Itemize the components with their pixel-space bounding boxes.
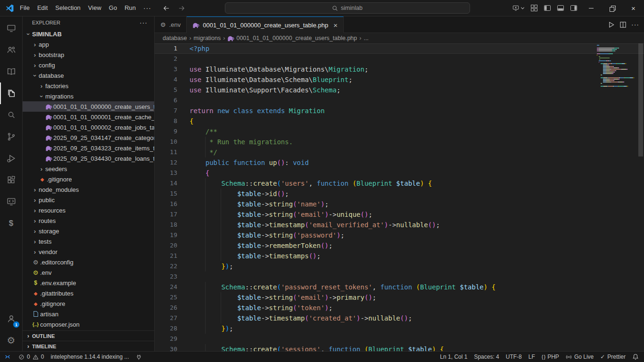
line-number[interactable]: 9	[155, 126, 190, 137]
scrollbar-thumb[interactable]	[638, 43, 643, 156]
indentation-status[interactable]: Spaces: 4	[471, 354, 502, 360]
minimap[interactable]	[597, 43, 637, 87]
code-line[interactable]: 12 public function up(): void	[155, 157, 644, 168]
language-status[interactable]: { } PHP	[538, 354, 562, 360]
tree-item[interactable]: 2025_09_25_034323_create_items_tabl...	[23, 143, 154, 153]
line-number[interactable]: 19	[155, 230, 190, 240]
tree-item[interactable]: 2025_09_25_034147_create_categories...	[23, 132, 154, 143]
close-tab-icon[interactable]: ×	[333, 21, 338, 29]
tree-item[interactable]: 2025_09_25_034430_create_loans_tabl...	[23, 153, 154, 164]
code-line[interactable]: 21 $table->timestamps();	[155, 251, 644, 261]
activitybar-remote-monitor[interactable]	[0, 17, 22, 39]
code-line[interactable]: 18 $table->timestamp('email_verified_at'…	[155, 220, 644, 230]
line-number[interactable]: 11	[155, 147, 190, 157]
outline-section[interactable]: OUTLINE	[23, 330, 154, 341]
line-number[interactable]: 25	[155, 292, 190, 303]
live-preview-icon[interactable]	[509, 1, 528, 15]
code-line[interactable]: 7return new class extends Migration	[155, 106, 644, 116]
code-line[interactable]: 8{	[155, 116, 644, 126]
breadcrumb-item-migrations[interactable]: migrations	[194, 35, 221, 41]
customize-layout-icon[interactable]	[528, 1, 541, 15]
activitybar-dollar[interactable]: $	[0, 213, 22, 234]
plug-status[interactable]	[132, 354, 145, 360]
code-line[interactable]: 24 Schema::create('password_reset_tokens…	[155, 282, 644, 292]
code-line[interactable]: 11 */	[155, 147, 644, 157]
line-number[interactable]: 10	[155, 137, 190, 147]
minimize-button[interactable]	[580, 0, 602, 16]
code-line[interactable]: 30 Schema::create('sessions', function (…	[155, 344, 644, 351]
activitybar-extensions[interactable]	[0, 169, 22, 191]
close-button[interactable]: ×	[623, 0, 644, 16]
toggle-panel-icon[interactable]	[554, 1, 567, 15]
tree-item[interactable]: factories	[23, 81, 154, 91]
tab-create-users-table[interactable]: 0001_01_01_000000_create_users_table.php…	[187, 16, 344, 33]
restore-button[interactable]	[602, 0, 623, 16]
eol-status[interactable]: LF	[525, 354, 538, 360]
tree-item[interactable]: bootstrap	[23, 49, 154, 60]
tree-item[interactable]: routes	[23, 215, 154, 226]
tree-item[interactable]: ⚙.env	[23, 267, 154, 278]
code-line[interactable]: 17 $table->string('email')->unique();	[155, 209, 644, 220]
code-line[interactable]: 23	[155, 272, 644, 282]
menu-overflow-icon[interactable]: ···	[140, 0, 155, 16]
code-line[interactable]: 20 $table->rememberToken();	[155, 240, 644, 251]
activitybar-explorer[interactable]	[0, 82, 22, 104]
tree-item[interactable]: vendor	[23, 247, 154, 257]
tree-item[interactable]: resources	[23, 205, 154, 215]
notifications-bell[interactable]	[629, 354, 642, 360]
tree-item[interactable]: database	[23, 70, 154, 81]
activitybar-search[interactable]	[0, 104, 22, 126]
menu-item-view[interactable]: View	[84, 0, 105, 16]
remote-indicator[interactable]	[0, 354, 15, 360]
menu-item-go[interactable]: Go	[105, 0, 121, 16]
line-number[interactable]: 13	[155, 168, 190, 178]
breadcrumb-item-database[interactable]: database	[163, 35, 187, 41]
line-number[interactable]: 8	[155, 116, 190, 126]
code-line[interactable]: 4use Illuminate\Database\Schema\Blueprin…	[155, 74, 644, 85]
command-center-search[interactable]: siminlab	[225, 2, 470, 14]
tab-env[interactable]: ⚙ .env	[155, 16, 187, 33]
intelephense-status[interactable]: intelephense 1.14.4 indexing ...	[47, 354, 132, 360]
code-line[interactable]: 15 $table->id();	[155, 189, 644, 199]
code-line[interactable]: 16 $table->string('name');	[155, 199, 644, 209]
tree-item[interactable]: ◆.gitignore	[23, 298, 154, 309]
code-line[interactable]: 29	[155, 334, 644, 344]
line-number[interactable]: 3	[155, 64, 190, 74]
line-number[interactable]: 2	[155, 54, 190, 64]
editor-more-icon[interactable]: ···	[631, 21, 639, 28]
tree-item[interactable]: 0001_01_01_000000_create_users_tabl...	[23, 101, 154, 112]
problems-status[interactable]: 0 0	[15, 354, 47, 360]
code-line[interactable]: 27 $table->timestamp('created_at')->null…	[155, 313, 644, 323]
code-line[interactable]: 2	[155, 54, 644, 64]
menu-item-selection[interactable]: Selection	[51, 0, 84, 16]
line-number[interactable]: 12	[155, 157, 190, 168]
tree-item[interactable]: storage	[23, 226, 154, 236]
activitybar-account[interactable]: 1	[0, 308, 22, 329]
line-number[interactable]: 1	[155, 43, 190, 54]
line-number[interactable]: 20	[155, 240, 190, 251]
breadcrumb-symbol-ellipsis[interactable]: ...	[363, 35, 368, 41]
menu-item-file[interactable]: File	[16, 0, 33, 16]
editor[interactable]: 1<?php23use Illuminate\Database\Migratio…	[155, 43, 644, 351]
tree-item[interactable]: node_modules	[23, 184, 154, 195]
line-number[interactable]: 15	[155, 189, 190, 199]
cursor-position-status[interactable]: Ln 1, Col 1	[437, 354, 471, 360]
nav-back-icon[interactable]	[163, 5, 170, 12]
activitybar-settings[interactable]: ⚙	[0, 329, 22, 351]
line-number[interactable]: 5	[155, 85, 190, 95]
timeline-section[interactable]: TIMELINE	[23, 341, 154, 351]
tree-item[interactable]: 0001_01_01_000002_create_jobs_table...	[23, 122, 154, 132]
line-number[interactable]: 28	[155, 323, 190, 334]
line-number[interactable]: 16	[155, 199, 190, 209]
tree-item[interactable]: $.env.example	[23, 278, 154, 288]
tree-root[interactable]: SIMINLAB	[23, 29, 154, 39]
prettier-status[interactable]: ✓ Prettier	[597, 354, 629, 360]
tree-item[interactable]: public	[23, 195, 154, 205]
line-number[interactable]: 18	[155, 220, 190, 230]
line-number[interactable]: 26	[155, 303, 190, 313]
code-line[interactable]: 28 });	[155, 323, 644, 334]
activitybar-source-control[interactable]	[0, 126, 22, 148]
tree-item[interactable]: ◆.gitattributes	[23, 288, 154, 298]
activitybar-accounts-people[interactable]	[0, 39, 22, 61]
code-line[interactable]: 1<?php	[155, 43, 644, 54]
